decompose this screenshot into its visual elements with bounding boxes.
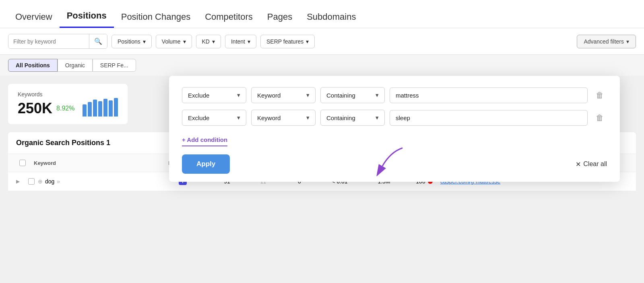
filter-condition-row-2: Exclude ▾ Keyword ▾ Containing ▾ 🗑 [182,110,607,126]
intent-chevron-icon: ▾ [248,38,250,45]
filter-positions[interactable]: Positions ▾ [111,35,152,48]
keywords-label: Keywords [18,91,118,98]
add-condition-wrapper: + Add condition [182,132,607,146]
panel-footer: Apply ✕ Clear all [182,146,607,182]
field-label-2: Keyword [257,114,281,121]
filter-serp-features[interactable]: SERP features ▾ [260,35,315,48]
advanced-chevron-icon: ▾ [626,38,629,45]
bar-2 [88,102,92,117]
condition-label-2: Containing [326,114,355,121]
delete-row-1-icon[interactable]: 🗑 [592,89,607,102]
value-input-1[interactable] [390,87,588,103]
type-label-2: Exclude [188,114,209,121]
nav-position-changes[interactable]: Position Changes [114,12,198,28]
keywords-number: 250K [18,100,52,117]
keyword-plus-icon: ⊕ [38,178,43,185]
bar-4 [98,101,102,117]
delete-row-2-icon[interactable]: 🗑 [592,112,607,124]
advanced-filters-panel: Exclude ▾ Keyword ▾ Containing ▾ 🗑 Exclu… [169,76,620,182]
search-input[interactable] [8,34,89,48]
filter-bar: 🔍 Positions ▾ Volume ▾ KD ▾ Intent ▾ SER… [0,28,644,55]
search-button[interactable]: 🔍 [89,34,107,48]
nav-pages[interactable]: Pages [260,12,299,28]
nav-positions[interactable]: Positions [60,10,114,28]
type-chevron-1: ▾ [237,92,240,99]
apply-button[interactable]: Apply [182,154,230,174]
keywords-pct: 8.92% [56,105,74,112]
condition-label-1: Containing [326,92,355,99]
keywords-stat-card: Keywords 250K 8.92% [8,84,128,124]
volume-chevron-icon: ▾ [183,38,186,45]
keywords-value-row: 250K 8.92% [18,100,118,117]
advanced-filters-label: Advanced filters [584,38,624,45]
condition-dropdown-2[interactable]: Containing ▾ [320,110,385,126]
arrow-annotation [370,144,419,176]
type-dropdown-2[interactable]: Exclude ▾ [182,110,246,126]
field-label-1: Keyword [257,92,281,99]
row-checkbox[interactable] [28,178,38,185]
intent-filter-label: Intent [231,38,245,45]
bar-5 [103,99,107,117]
top-nav: Overview Positions Position Changes Comp… [0,0,644,28]
main-content: Keywords 250K 8.92% Organic Search Posit… [0,76,644,191]
sub-nav: All Positions Organic SERP Fe... [0,55,644,76]
keyword-text: dog [45,178,54,185]
serp-filter-label: SERP features [266,38,303,45]
search-wrapper: 🔍 [8,34,107,49]
bar-3 [93,100,97,117]
th-checkbox [16,158,31,168]
clear-all-label: Clear all [583,160,607,168]
tab-serp-features[interactable]: SERP Fe... [93,59,136,72]
positions-filter-label: Positions [118,38,140,45]
filter-volume[interactable]: Volume ▾ [156,35,192,48]
clear-all-button[interactable]: ✕ Clear all [576,160,607,168]
keywords-bar-chart [83,100,118,117]
type-chevron-2: ▾ [237,114,240,121]
add-condition-button[interactable]: + Add condition [182,134,227,146]
condition-chevron-1: ▾ [376,92,379,99]
clear-all-x-icon: ✕ [576,160,581,168]
nav-competitors[interactable]: Competitors [198,12,260,28]
condition-chevron-2: ▾ [376,114,379,121]
row-expand-icon[interactable]: ▶ [16,179,28,184]
field-dropdown-2[interactable]: Keyword ▾ [251,110,316,126]
field-chevron-2: ▾ [306,114,310,121]
kd-filter-label: KD [202,38,210,45]
nav-overview[interactable]: Overview [8,12,60,28]
positions-chevron-icon: ▾ [143,38,146,45]
row-keyword: ⊕ dog » [38,178,159,185]
volume-filter-label: Volume [162,38,181,45]
value-input-2[interactable] [390,110,588,126]
tab-organic[interactable]: Organic [58,59,93,72]
tab-all-positions[interactable]: All Positions [8,59,58,72]
th-keyword: Keyword [31,158,151,168]
bar-6 [109,100,113,117]
type-label-1: Exclude [188,92,209,99]
filter-intent[interactable]: Intent ▾ [225,35,256,48]
keyword-expand-icon: » [57,178,60,185]
filter-kd[interactable]: KD ▾ [196,35,221,48]
filter-condition-row-1: Exclude ▾ Keyword ▾ Containing ▾ 🗑 [182,87,607,103]
serp-chevron-icon: ▾ [306,38,309,45]
field-dropdown-1[interactable]: Keyword ▾ [251,87,316,103]
bar-7 [114,98,118,117]
advanced-filters-button[interactable]: Advanced filters ▾ [577,35,636,48]
kd-chevron-icon: ▾ [212,38,215,45]
field-chevron-1: ▾ [306,92,310,99]
header-checkbox[interactable] [19,160,26,166]
bar-1 [83,104,87,117]
nav-subdomains[interactable]: Subdomains [299,12,363,28]
condition-dropdown-1[interactable]: Containing ▾ [320,87,385,103]
type-dropdown-1[interactable]: Exclude ▾ [182,87,246,103]
